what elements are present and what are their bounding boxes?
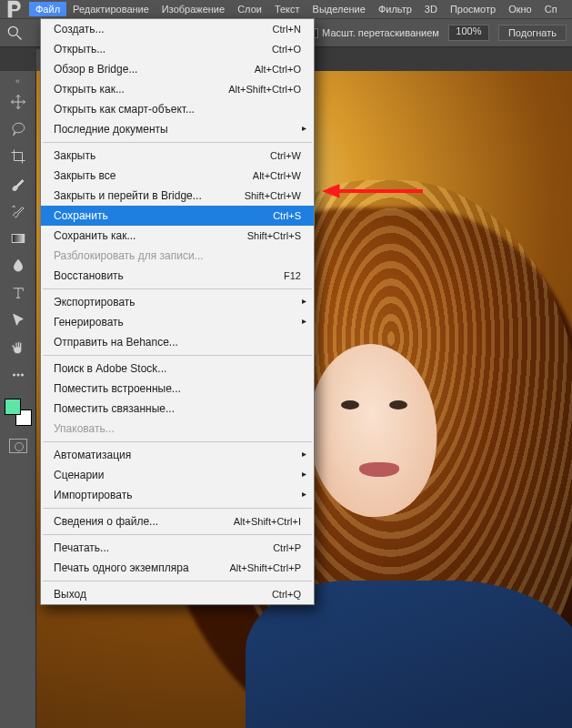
file-menu-item[interactable]: Автоматизация <box>41 445 314 465</box>
menu-3d[interactable]: 3D <box>418 2 444 16</box>
file-menu-item[interactable]: Сохранить как...Shift+Ctrl+S <box>41 226 314 246</box>
canvas-portrait-eye <box>389 400 407 410</box>
menu-item-label: Последние документы <box>54 123 301 136</box>
menu-item-shortcut: Shift+Ctrl+S <box>247 230 301 241</box>
color-swatches[interactable] <box>5 399 32 426</box>
menu-edit[interactable]: Редактирование <box>66 2 156 16</box>
file-menu-item[interactable]: Поместить встроенные... <box>41 379 314 399</box>
file-menu-item[interactable]: Поместить связанные... <box>41 399 314 419</box>
menu-item-label: Печатать... <box>54 541 273 554</box>
brush-tool-icon[interactable] <box>5 173 31 195</box>
menu-item-label: Закрыть все <box>54 169 253 182</box>
menu-layers[interactable]: Слои <box>231 2 268 16</box>
menu-window[interactable]: Окно <box>502 2 538 16</box>
menu-separator <box>43 581 312 581</box>
file-menu-item[interactable]: Печать одного экземпляраAlt+Shift+Ctrl+P <box>41 558 314 578</box>
menu-item-label: Упаковать... <box>54 422 301 435</box>
menu-item-label: Поместить связанные... <box>54 402 301 415</box>
menu-item-label: Сохранить <box>54 209 273 222</box>
menu-item-label: Сохранить как... <box>54 229 247 242</box>
file-menu-item: Разблокировать для записи... <box>41 246 314 266</box>
history-brush-tool-icon[interactable] <box>5 200 31 222</box>
fit-screen-button[interactable]: Подогнать <box>498 25 567 41</box>
menu-select[interactable]: Выделение <box>306 2 372 16</box>
menu-filter[interactable]: Фильтр <box>372 2 418 16</box>
menu-item-label: Сведения о файле... <box>54 515 234 528</box>
annotation-arrow-icon <box>323 182 423 204</box>
file-menu-item[interactable]: Последние документы <box>41 119 314 139</box>
menu-item-shortcut: Ctrl+S <box>273 210 301 221</box>
foreground-color-swatch[interactable] <box>5 399 21 415</box>
svg-point-4 <box>16 374 18 376</box>
lasso-tool-icon[interactable] <box>5 118 31 140</box>
gradient-tool-icon[interactable] <box>5 228 31 249</box>
file-menu-item[interactable]: Создать...Ctrl+N <box>41 19 314 39</box>
menu-item-shortcut: Alt+Shift+Ctrl+I <box>234 516 301 527</box>
canvas-portrait-lips <box>359 462 399 477</box>
file-menu-item[interactable]: СохранитьCtrl+S <box>41 206 314 226</box>
menu-item-label: Печать одного экземпляра <box>54 561 229 574</box>
file-menu-item: Упаковать... <box>41 419 314 439</box>
file-menu-item[interactable]: Поиск в Adobe Stock... <box>41 359 314 379</box>
zoom-level-input[interactable]: 100% <box>448 25 489 41</box>
menu-item-label: Закрыть и перейти в Bridge... <box>54 189 245 202</box>
tools-panel: « <box>0 71 36 728</box>
file-menu-item[interactable]: Генерировать <box>41 312 314 332</box>
menu-view[interactable]: Просмотр <box>444 2 502 16</box>
menu-item-label: Закрыть <box>54 149 270 162</box>
menu-item-shortcut: Alt+Shift+Ctrl+O <box>228 84 301 95</box>
file-menu-item[interactable]: Закрыть всеAlt+Ctrl+W <box>41 166 314 186</box>
menu-item-label: Экспортировать <box>54 296 301 308</box>
menu-item-shortcut: Ctrl+N <box>273 24 301 35</box>
menu-item-label: Разблокировать для записи... <box>54 249 301 262</box>
blur-tool-icon[interactable] <box>5 255 31 277</box>
menu-item-label: Генерировать <box>54 316 301 329</box>
file-menu-item[interactable]: Закрыть и перейти в Bridge...Shift+Ctrl+… <box>41 186 314 206</box>
menu-item-label: Открыть как смарт-объект... <box>54 103 301 116</box>
file-menu-item[interactable]: Сведения о файле...Alt+Shift+Ctrl+I <box>41 511 314 531</box>
file-menu-item[interactable]: Обзор в Bridge...Alt+Ctrl+O <box>41 59 314 79</box>
move-tool-icon[interactable] <box>5 91 31 113</box>
menu-item-label: Выход <box>54 588 272 601</box>
scrubby-zoom-label: Масшт. перетаскиванием <box>322 27 439 38</box>
menu-separator <box>43 441 312 442</box>
menu-item-shortcut: Ctrl+P <box>273 542 301 553</box>
main-menubar: Файл Редактирование Изображение Слои Тек… <box>0 0 572 18</box>
file-menu-item[interactable]: Отправить на Behance... <box>41 332 314 352</box>
file-menu-item[interactable]: ВосстановитьF12 <box>41 266 314 286</box>
menu-help[interactable]: Сп <box>538 2 564 16</box>
menu-file[interactable]: Файл <box>29 2 66 16</box>
path-select-tool-icon[interactable] <box>5 309 31 331</box>
quick-mask-icon[interactable] <box>9 439 27 453</box>
menu-separator <box>43 355 312 356</box>
photoshop-logo-icon <box>4 2 29 16</box>
file-menu-item[interactable]: Сценарии <box>41 465 314 485</box>
menu-separator <box>43 534 312 535</box>
file-menu-item[interactable]: ВыходCtrl+Q <box>41 584 314 604</box>
zoom-tool-icon[interactable] <box>5 24 24 42</box>
menu-item-label: Обзор в Bridge... <box>54 63 255 76</box>
hand-tool-icon[interactable] <box>5 337 31 359</box>
menu-item-shortcut: Alt+Ctrl+W <box>253 170 301 181</box>
more-tools-icon[interactable] <box>5 364 31 386</box>
menu-item-label: Отправить на Behance... <box>54 336 301 349</box>
file-menu-item[interactable]: Открыть...Ctrl+O <box>41 39 314 59</box>
file-menu-item[interactable]: ЗакрытьCtrl+W <box>41 146 314 166</box>
file-menu-item[interactable]: Импортировать <box>41 485 314 505</box>
svg-marker-7 <box>323 185 339 197</box>
menu-item-label: Импортировать <box>54 489 301 501</box>
collapse-toolbar-icon[interactable]: « <box>15 76 20 86</box>
file-menu-item[interactable]: Открыть как смарт-объект... <box>41 99 314 119</box>
file-menu-item[interactable]: Печатать...Ctrl+P <box>41 538 314 558</box>
file-menu-item[interactable]: Экспортировать <box>41 292 314 312</box>
crop-tool-icon[interactable] <box>5 146 31 167</box>
file-menu-item[interactable]: Открыть как...Alt+Shift+Ctrl+O <box>41 79 314 99</box>
menu-text[interactable]: Текст <box>268 2 306 16</box>
menu-separator <box>43 508 312 509</box>
menu-item-shortcut: Ctrl+Q <box>272 589 301 600</box>
menu-image[interactable]: Изображение <box>156 2 231 16</box>
type-tool-icon[interactable] <box>5 282 31 304</box>
menu-separator <box>43 142 312 143</box>
menu-item-label: Сценарии <box>54 469 301 481</box>
menu-item-label: Восстановить <box>54 269 284 282</box>
